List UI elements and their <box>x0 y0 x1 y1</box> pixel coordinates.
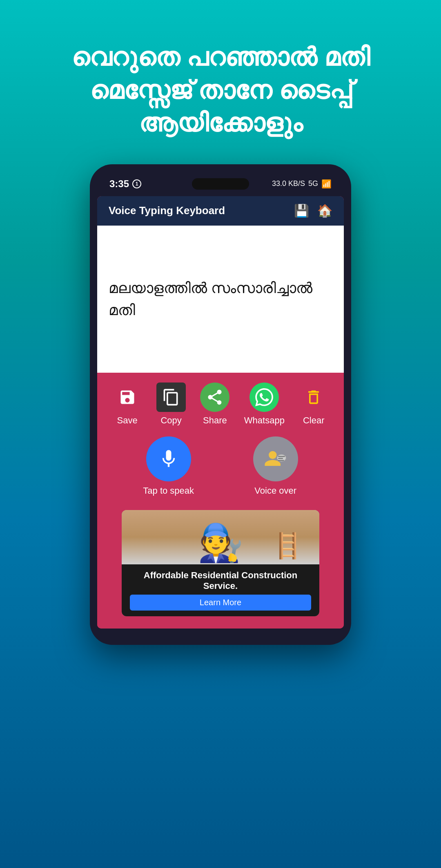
typed-text: മലയാളത്തിൽ സംസാരിച്ചാൽ മതി <box>109 277 332 321</box>
topbar-icons: 💾 🏠 <box>294 204 332 218</box>
status-time: 3:35 1 <box>109 178 141 190</box>
save-icon <box>113 383 142 412</box>
status-bar: 3:35 1 33.0 KB/S 5G 📶 <box>97 172 344 196</box>
share-button[interactable]: Share <box>200 383 229 426</box>
ad-box: 🧑‍🔧 🪜 Affordable Residential Constructio… <box>122 510 319 616</box>
copy-label: Copy <box>160 415 181 426</box>
save-label: Save <box>117 415 138 426</box>
mic-icon <box>146 436 191 481</box>
clear-icon <box>299 383 328 412</box>
phone-frame: 3:35 1 33.0 KB/S 5G 📶 Voice Typing Keybo… <box>90 164 351 645</box>
network-type: 5G <box>308 179 318 188</box>
voice-over-label: Voice over <box>254 485 296 496</box>
svg-rect-4 <box>278 460 284 461</box>
svg-rect-2 <box>278 456 285 457</box>
status-icons: 33.0 KB/S 5G 📶 <box>272 179 332 189</box>
notification-indicator: 1 <box>132 179 141 188</box>
copy-button[interactable]: Copy <box>156 383 186 426</box>
voice-over-icon <box>253 436 298 481</box>
whatsapp-button[interactable]: Whatsapp <box>244 383 285 426</box>
ad-bottom: Affordable Residential Construction Serv… <box>122 564 319 616</box>
ad-text: Affordable Residential Construction Serv… <box>130 570 311 591</box>
tap-to-speak-button[interactable]: Tap to speak <box>143 436 194 496</box>
ad-image: 🧑‍🔧 🪜 <box>122 510 319 564</box>
network-speed: 33.0 KB/S <box>272 179 305 188</box>
share-icon <box>200 383 229 412</box>
app-title: Voice Typing Keyboard <box>109 204 225 217</box>
voice-over-button[interactable]: Voice over <box>253 436 298 496</box>
headline: വെറുതെ പറഞ്ഞാൽ മതി മെസ്സേജ് താനേ ടൈപ്പ് … <box>0 0 441 164</box>
home-topbar-icon[interactable]: 🏠 <box>317 204 332 218</box>
save-topbar-icon[interactable]: 💾 <box>294 204 309 218</box>
svg-rect-3 <box>278 458 283 459</box>
ad-learn-more-button[interactable]: Learn More <box>130 595 311 611</box>
action-buttons-row: Save Copy Share <box>97 373 344 432</box>
mic-row: Tap to speak Voice over <box>97 432 344 506</box>
phone-screen: Voice Typing Keyboard 💾 🏠 മലയാളത്തിൽ സംസ… <box>97 196 344 629</box>
copy-icon <box>156 383 186 412</box>
save-button[interactable]: Save <box>113 383 142 426</box>
signal-icon: 📶 <box>321 179 332 189</box>
ad-area: 🧑‍🔧 🪜 Affordable Residential Constructio… <box>97 506 344 629</box>
clear-button[interactable]: Clear <box>299 383 328 426</box>
clear-label: Clear <box>303 415 325 426</box>
whatsapp-icon <box>249 383 279 412</box>
camera-notch <box>192 178 249 190</box>
whatsapp-label: Whatsapp <box>244 415 285 426</box>
app-topbar: Voice Typing Keyboard 💾 🏠 <box>97 196 344 226</box>
text-area[interactable]: മലയാളത്തിൽ സംസാരിച്ചാൽ മതി <box>97 226 344 373</box>
share-label: Share <box>203 415 227 426</box>
tap-to-speak-label: Tap to speak <box>143 485 194 496</box>
svg-point-0 <box>269 451 276 459</box>
